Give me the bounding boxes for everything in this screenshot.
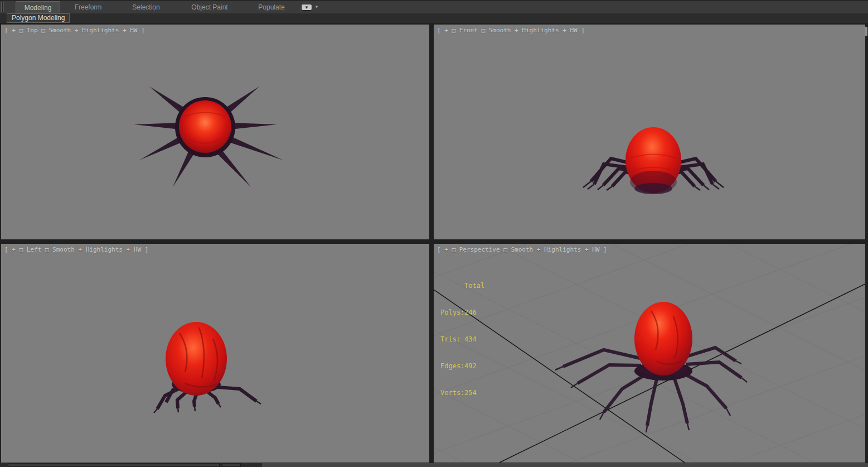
track-bar-segment (222, 463, 241, 467)
stats-row-polys: Polys:246 (440, 308, 484, 317)
ribbon-grip[interactable] (3, 2, 5, 12)
panel-tab-polygon-modeling[interactable]: Polygon Modeling (7, 13, 70, 23)
ribbon-tab-freeform[interactable]: Freeform (66, 1, 110, 14)
viewport-edge-notch (865, 27, 867, 36)
ribbon-tab-selection[interactable]: Selection (124, 1, 168, 14)
ribbon-grip[interactable] (1, 2, 3, 12)
viewport-top[interactable]: [ + □ Top □ Smooth + Highlights + HW ] (1, 25, 429, 239)
viewport-area: [ + □ Top □ Smooth + Highlights + HW ] (0, 23, 868, 467)
track-bar-strip (0, 463, 868, 467)
app-window: { "ribbon": { "tabs": [ {"label": "Model… (0, 0, 868, 467)
ribbon-tab-modeling[interactable]: Modeling (16, 1, 60, 14)
viewport-label-top[interactable]: [ + □ Top □ Smooth + Highlights + HW ] (4, 27, 145, 34)
viewport-label-left[interactable]: [ + □ Left □ Smooth + Highlights + HW ] (4, 246, 148, 253)
ribbon-options-caret-icon[interactable]: ▼ (314, 4, 319, 11)
spider-model-perspective-view[interactable] (555, 302, 747, 432)
viewport-label-front[interactable]: [ + □ Front □ Smooth + Highlights + HW ] (437, 27, 585, 34)
ribbon-tab-bar: Modeling Freeform Selection Object Paint… (0, 0, 868, 13)
stats-row-verts: Verts:254 (440, 388, 484, 397)
polygon-statistics-overlay: Total Polys:246 Tris:434 Edges:492 Verts… (440, 263, 484, 415)
spider-model-top-view[interactable] (1, 25, 429, 239)
ribbon-panel-row: Polygon Modeling (0, 13, 868, 23)
viewport-perspective[interactable]: [ + □ Perspective □ Smooth + Highlights … (434, 244, 865, 463)
viewport-left[interactable]: [ + □ Left □ Smooth + Highlights + HW ] (1, 244, 429, 463)
spider-model-front-view[interactable] (434, 25, 865, 239)
track-bar-segment (8, 463, 220, 467)
viewport-front[interactable]: [ + □ Front □ Smooth + Highlights + HW ] (434, 25, 865, 239)
spider-model-left-view[interactable] (1, 244, 429, 463)
ribbon-tab-object-paint[interactable]: Object Paint (184, 1, 235, 14)
stats-row-tris: Tris:434 (440, 335, 484, 344)
stats-row-edges: Edges:492 (440, 362, 484, 370)
ribbon-tab-populate[interactable]: Populate (250, 1, 293, 14)
stats-title: Total (464, 281, 484, 290)
perspective-grid (434, 244, 865, 463)
viewport-label-perspective[interactable]: [ + □ Perspective □ Smooth + Highlights … (437, 246, 607, 253)
track-bar-segment (262, 463, 868, 467)
minimize-ribbon-button[interactable]: ▼ (301, 4, 312, 11)
